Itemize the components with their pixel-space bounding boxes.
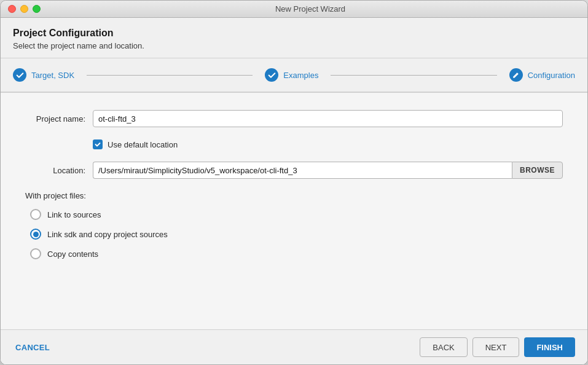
checkbox-checked-icon <box>93 139 103 149</box>
radio-link-to-sources[interactable]: Link to sources <box>30 209 563 220</box>
browse-button[interactable]: BROWSE <box>512 162 563 179</box>
page-title: Project Configuration <box>13 28 575 39</box>
next-button[interactable]: NEXT <box>472 337 520 357</box>
header-section: Project Configuration Select the project… <box>1 18 587 58</box>
use-default-location-row: Use default location <box>93 139 563 149</box>
edit-icon <box>512 71 520 79</box>
close-button[interactable] <box>8 5 16 13</box>
step-divider-1 <box>87 75 253 76</box>
page-subtitle: Select the project name and location. <box>13 41 575 50</box>
with-project-files-label: With project files: <box>25 191 563 200</box>
step-examples[interactable]: Examples <box>265 68 318 82</box>
location-row: Location: BROWSE <box>25 162 563 179</box>
footer: CANCEL BACK NEXT FINISH <box>1 329 587 364</box>
maximize-button[interactable] <box>33 5 41 13</box>
checkmark-icon <box>95 141 101 147</box>
wizard-window: New Project Wizard Project Configuration… <box>0 0 588 365</box>
project-name-row: Project name: <box>25 110 563 127</box>
project-name-label: Project name: <box>25 114 93 124</box>
step-examples-label: Examples <box>283 71 318 80</box>
use-default-location-label: Use default location <box>108 140 178 149</box>
back-button[interactable]: BACK <box>420 337 467 357</box>
footer-right-buttons: BACK NEXT FINISH <box>420 337 575 357</box>
main-content: Project Configuration Select the project… <box>1 18 587 364</box>
step-divider-2 <box>331 75 496 76</box>
traffic-lights <box>8 5 41 13</box>
radio-group: Link to sources Link sdk and copy projec… <box>30 209 563 259</box>
radio-outer-copy-contents <box>30 248 41 259</box>
check-icon <box>16 71 24 79</box>
step-target-sdk[interactable]: Target, SDK <box>13 68 74 82</box>
radio-link-sdk-copy[interactable]: Link sdk and copy project sources <box>30 229 563 240</box>
radio-outer-link-sdk-copy <box>30 229 41 240</box>
with-project-files-section: With project files: Link to sources Link… <box>25 191 563 259</box>
radio-label-link-sdk-copy: Link sdk and copy project sources <box>47 230 168 239</box>
steps-bar: Target, SDK Examples <box>1 58 587 93</box>
step-examples-icon <box>265 68 278 82</box>
check-icon-2 <box>268 71 276 79</box>
step-target-sdk-icon <box>13 68 26 82</box>
title-bar: New Project Wizard <box>1 1 587 18</box>
project-name-input[interactable] <box>93 110 563 127</box>
step-target-sdk-label: Target, SDK <box>31 71 74 80</box>
step-configuration[interactable]: Configuration <box>509 68 575 82</box>
step-configuration-label: Configuration <box>528 71 575 80</box>
radio-inner-link-sdk-copy <box>33 232 39 237</box>
radio-label-link-to-sources: Link to sources <box>47 210 101 219</box>
minimize-button[interactable] <box>20 5 28 13</box>
radio-copy-contents[interactable]: Copy contents <box>30 248 563 259</box>
use-default-location-checkbox[interactable]: Use default location <box>93 139 178 149</box>
step-configuration-icon <box>509 68 523 82</box>
radio-outer-link-to-sources <box>30 209 41 220</box>
form-area: Project name: Use default location Locat… <box>1 93 587 329</box>
cancel-button[interactable]: CANCEL <box>13 339 52 356</box>
radio-label-copy-contents: Copy contents <box>47 249 98 259</box>
location-input[interactable] <box>93 162 512 179</box>
window-title: New Project Wizard <box>41 4 580 14</box>
location-label: Location: <box>25 166 93 175</box>
finish-button[interactable]: FINISH <box>524 337 575 357</box>
